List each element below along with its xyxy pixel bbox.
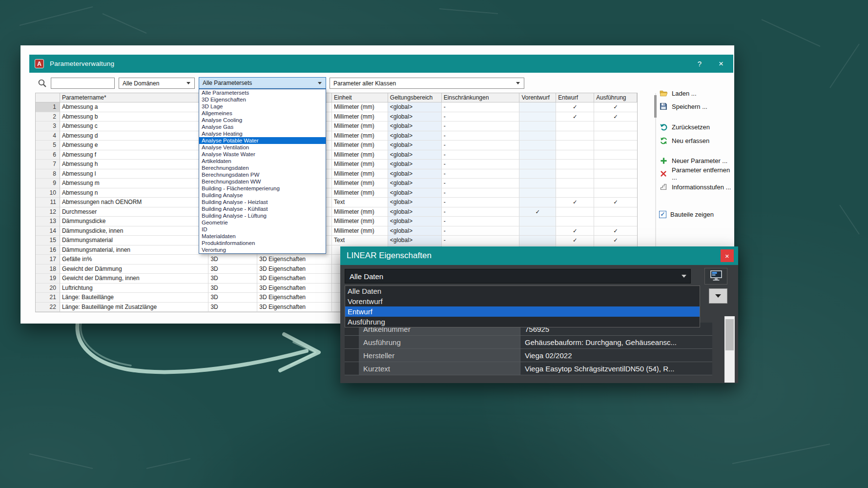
cell-entwurf[interactable] bbox=[556, 131, 594, 141]
cell-einschraenkungen[interactable]: - bbox=[442, 160, 520, 169]
table-scrollbar-thumb[interactable] bbox=[654, 95, 657, 118]
cell-parametername[interactable]: Abmessung n bbox=[60, 188, 209, 198]
cell-parametername[interactable]: Gewicht der Dämmung, innen bbox=[60, 274, 209, 284]
cell-parametername[interactable]: Abmessung m bbox=[60, 179, 209, 188]
cell-parametername[interactable]: Abmessung c bbox=[60, 122, 209, 131]
cell-einheit[interactable]: Millimeter (mm) bbox=[332, 150, 388, 160]
paramset-option[interactable]: Berechnungsdaten bbox=[199, 164, 326, 171]
paramset-option[interactable]: Building - Flächentemperierung bbox=[199, 185, 326, 192]
cell-domaene[interactable]: 3D bbox=[208, 274, 257, 284]
cell-vorentwurf[interactable] bbox=[519, 131, 556, 141]
cell-geltungsbereich[interactable]: <global> bbox=[388, 198, 442, 207]
property-row[interactable]: Kurztext Viega Easytop SchrägsitzventilD… bbox=[345, 362, 712, 375]
header-entwurf[interactable]: Entwurf bbox=[556, 93, 594, 102]
row-number[interactable]: 15 bbox=[36, 236, 60, 245]
cell-geltungsbereich[interactable]: <global> bbox=[388, 141, 442, 150]
paramset-option[interactable]: Analyse Heating bbox=[199, 130, 326, 137]
cell-geltungsbereich[interactable]: <global> bbox=[388, 236, 442, 245]
table-row[interactable]: 4 Abmessung d Millimeter (mm) <global> - bbox=[36, 131, 637, 141]
paramset-option[interactable]: Produktinformationen bbox=[199, 240, 326, 246]
paramset-option[interactable]: Building Analyse bbox=[199, 192, 326, 199]
cell-entwurf[interactable]: ✓ bbox=[556, 226, 594, 236]
class-select[interactable]: Parameter aller Klassen bbox=[330, 78, 524, 89]
cell-einheit[interactable]: Millimeter (mm) bbox=[332, 188, 388, 198]
cell-vorentwurf[interactable] bbox=[519, 150, 556, 160]
property-value[interactable]: Viega 02/2022 bbox=[520, 349, 712, 362]
cell-einschraenkungen[interactable]: - bbox=[442, 102, 520, 112]
header-einheit[interactable]: Einheit bbox=[332, 93, 388, 102]
table-row[interactable]: 9 Abmessung m Millimeter (mm) <global> - bbox=[36, 179, 637, 188]
display-options-button[interactable] bbox=[704, 268, 727, 285]
cell-entwurf[interactable] bbox=[556, 217, 594, 226]
paramset-option[interactable]: Analyse Waste Water bbox=[199, 151, 326, 158]
neuer-parameter-button[interactable]: Neuer Parameter ... bbox=[659, 156, 727, 165]
header-ausfuehrung[interactable]: Ausführung bbox=[594, 93, 637, 102]
laden-button[interactable]: Laden ... bbox=[659, 88, 697, 98]
table-row[interactable]: 2 Abmessung b Millimeter (mm) <global> -… bbox=[36, 112, 637, 122]
header-vorentwurf[interactable]: Vorentwurf bbox=[519, 93, 556, 102]
cell-parameterset[interactable]: 3D Eigenschaften bbox=[257, 293, 332, 303]
cell-vorentwurf[interactable] bbox=[519, 160, 556, 169]
header-parametername[interactable]: Parametername* bbox=[60, 93, 208, 102]
cell-geltungsbereich[interactable]: <global> bbox=[388, 112, 442, 122]
cell-ausfuehrung[interactable]: ✓ bbox=[594, 236, 637, 245]
paramset-option[interactable]: Building Analyse - Heizlast bbox=[199, 199, 326, 205]
cell-parametername[interactable]: Dämmungsmaterial bbox=[60, 236, 209, 245]
cell-parametername[interactable]: Gewicht der Dämmung bbox=[60, 264, 209, 274]
cell-vorentwurf[interactable] bbox=[519, 112, 556, 122]
cell-einschraenkungen[interactable]: - bbox=[442, 122, 520, 131]
bauteile-zeigen-checkbox[interactable]: ✓ Bauteile zeigen bbox=[659, 209, 714, 219]
cell-einheit[interactable]: Millimeter (mm) bbox=[332, 179, 388, 188]
cell-domaene[interactable]: 3D bbox=[208, 284, 257, 293]
cell-vorentwurf[interactable] bbox=[519, 236, 556, 245]
cell-ausfuehrung[interactable] bbox=[594, 217, 637, 226]
cell-vorentwurf[interactable] bbox=[519, 141, 556, 150]
cell-vorentwurf[interactable] bbox=[519, 188, 556, 198]
cell-einschraenkungen[interactable]: - bbox=[442, 198, 520, 207]
row-number[interactable]: 20 bbox=[36, 284, 60, 293]
cell-parametername[interactable]: Abmessung d bbox=[60, 131, 209, 141]
row-number[interactable]: 21 bbox=[36, 293, 60, 303]
cell-geltungsbereich[interactable]: <global> bbox=[388, 131, 442, 141]
cell-parametername[interactable]: Abmessung l bbox=[60, 169, 209, 179]
header-einschraenkungen[interactable]: Einschränkungen bbox=[442, 93, 520, 102]
property-row[interactable]: Hersteller Viega 02/2022 bbox=[345, 349, 712, 362]
neu-erfassen-button[interactable]: Neu erfassen bbox=[659, 136, 709, 145]
paramset-option[interactable]: Artikeldaten bbox=[199, 158, 326, 164]
cell-einschraenkungen[interactable]: - bbox=[442, 169, 520, 179]
cell-parametername[interactable]: Luftrichtung bbox=[60, 284, 209, 293]
header-geltungsbereich[interactable]: Geltungsbereich bbox=[388, 93, 442, 102]
cell-ausfuehrung[interactable] bbox=[594, 141, 637, 150]
row-number[interactable]: 9 bbox=[36, 179, 60, 188]
cell-parametername[interactable]: Dämmungsmaterial, innen bbox=[60, 245, 209, 255]
cell-parameterset[interactable]: 3D Eigenschaften bbox=[257, 264, 332, 274]
cell-parametername[interactable]: Abmessung a bbox=[60, 102, 209, 112]
cell-geltungsbereich[interactable]: <global> bbox=[388, 226, 442, 236]
cell-entwurf[interactable] bbox=[556, 207, 594, 217]
cell-einheit[interactable]: Millimeter (mm) bbox=[332, 207, 388, 217]
cell-einschraenkungen[interactable]: - bbox=[442, 150, 520, 160]
data-level-option[interactable]: Alle Daten bbox=[345, 286, 700, 296]
table-row[interactable]: 1 Abmessung a Millimeter (mm) <global> -… bbox=[36, 102, 637, 112]
paramset-option[interactable]: Allgemeines bbox=[199, 110, 326, 117]
checkbox-checked-icon[interactable]: ✓ bbox=[659, 211, 666, 218]
cell-entwurf[interactable] bbox=[556, 160, 594, 169]
paramset-option[interactable]: ID bbox=[199, 226, 326, 233]
cell-ausfuehrung[interactable] bbox=[594, 131, 637, 141]
cell-einheit[interactable]: Millimeter (mm) bbox=[332, 131, 388, 141]
table-row[interactable]: 13 Dämmungsdicke Millimeter (mm) <global… bbox=[36, 217, 637, 226]
cell-ausfuehrung[interactable] bbox=[594, 122, 637, 131]
cell-entwurf[interactable]: ✓ bbox=[556, 198, 594, 207]
data-level-option[interactable]: Entwurf bbox=[345, 306, 700, 317]
cell-einheit[interactable]: Millimeter (mm) bbox=[332, 169, 388, 179]
speichern-button[interactable]: Speichern ... bbox=[659, 102, 707, 111]
cell-geltungsbereich[interactable]: <global> bbox=[388, 179, 442, 188]
cell-parametername[interactable]: Dämmungsdicke bbox=[60, 217, 209, 226]
table-row[interactable]: 15 Dämmungsmaterial Text <global> - ✓ ✓ bbox=[36, 236, 637, 245]
cell-ausfuehrung[interactable] bbox=[594, 169, 637, 179]
paramset-option[interactable]: Building Analyse - Lüftung bbox=[199, 212, 326, 219]
paramset-option[interactable]: 3D Lage bbox=[199, 103, 326, 110]
row-number[interactable]: 6 bbox=[36, 150, 60, 160]
data-level-select[interactable]: Alle Daten bbox=[345, 269, 691, 284]
cell-entwurf[interactable] bbox=[556, 188, 594, 198]
